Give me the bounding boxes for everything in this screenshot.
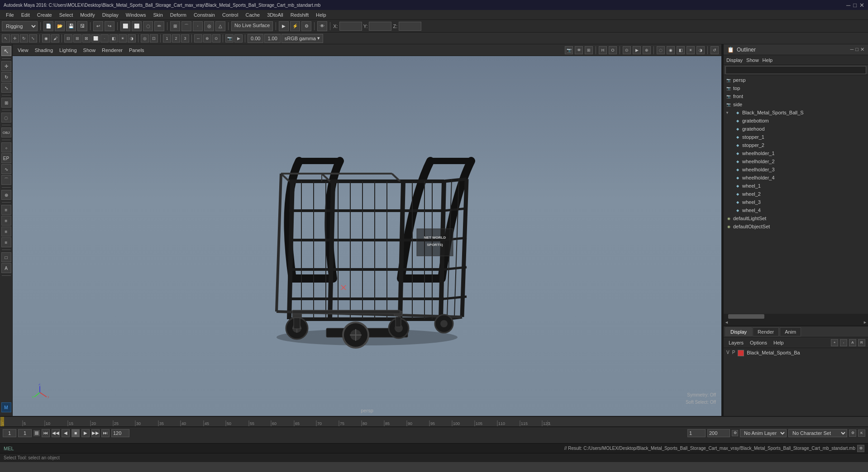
- menu-display[interactable]: Display: [99, 11, 122, 19]
- shading-menu[interactable]: Shading: [33, 47, 55, 54]
- move-tool-button[interactable]: ✛: [11, 34, 19, 42]
- bezier-tool-left[interactable]: ∿: [1, 164, 11, 174]
- vp-wire-icon[interactable]: ◌: [657, 46, 665, 54]
- play-back-button[interactable]: ◀: [62, 429, 70, 437]
- anim-prefs-button[interactable]: ⚙: [732, 430, 738, 436]
- tree-item-main-mesh[interactable]: ▼ ◆ Black_Metal_Sports_Ball_S: [724, 109, 868, 117]
- layer-2-left[interactable]: ≡: [1, 216, 11, 226]
- scale-tool-button[interactable]: ⤡: [29, 34, 37, 42]
- lasso-select-button[interactable]: ◌: [143, 21, 153, 31]
- command-settings-button[interactable]: ⚙: [857, 445, 864, 452]
- outliner-tree[interactable]: 📷 persp 📷 top 📷 front 📷 side ▼ ◆ Black_M…: [724, 75, 868, 314]
- point-button[interactable]: ·: [100, 34, 109, 42]
- playblast-button[interactable]: ▶: [234, 34, 243, 42]
- menu-file[interactable]: File: [3, 11, 17, 19]
- select-tool-button[interactable]: ↖: [2, 34, 10, 42]
- playback-start-frame-input[interactable]: [18, 429, 32, 437]
- menu-select[interactable]: Select: [56, 11, 76, 19]
- layers-btn[interactable]: Layers: [726, 339, 746, 346]
- anim-layer-dropdown[interactable]: No Anim Layer: [740, 429, 787, 437]
- command-input[interactable]: [17, 446, 564, 451]
- anim-tab[interactable]: Anim: [780, 327, 801, 336]
- redo-button[interactable]: ↪: [105, 21, 114, 31]
- character-set-dropdown[interactable]: No Character Set: [788, 429, 847, 437]
- move-tool-left[interactable]: ✛: [1, 61, 11, 71]
- display-tab[interactable]: Display: [725, 327, 752, 336]
- attr-editor-left[interactable]: A: [1, 263, 11, 273]
- x-input[interactable]: [339, 22, 362, 31]
- workspace-dropdown[interactable]: Rigging Animation Modeling: [2, 21, 38, 31]
- vp-camera-icon[interactable]: 📷: [565, 46, 573, 54]
- layer-add-btn[interactable]: +: [831, 339, 838, 346]
- outliner-show-tab[interactable]: Show: [746, 57, 759, 63]
- vp-hud-icon[interactable]: H: [599, 46, 607, 54]
- lighting-menu[interactable]: Lighting: [57, 47, 79, 54]
- select-by-component-button[interactable]: ⬜: [132, 21, 142, 31]
- soft-mod-button[interactable]: ◉: [42, 34, 50, 42]
- gamma-field[interactable]: 1.00: [264, 34, 280, 43]
- select-tool-left[interactable]: ↖: [1, 46, 11, 56]
- render-button[interactable]: ▶: [279, 21, 289, 31]
- vp-shadow-icon[interactable]: ◑: [696, 46, 705, 54]
- panels-menu[interactable]: Panels: [127, 47, 147, 54]
- layer-color-swatch[interactable]: [738, 350, 744, 356]
- vp-obj-icon[interactable]: O: [609, 46, 617, 54]
- vp-snap-icon[interactable]: ⊕: [643, 46, 651, 54]
- options-btn[interactable]: Options: [748, 339, 769, 346]
- open-scene-button[interactable]: 📂: [55, 21, 65, 31]
- vp-shaded-icon[interactable]: ◉: [667, 46, 675, 54]
- new-scene-button[interactable]: 📄: [43, 21, 53, 31]
- renderer-menu[interactable]: Renderer: [100, 47, 125, 54]
- outliner-close-button[interactable]: ✕: [860, 47, 864, 52]
- char-set-key-button[interactable]: K: [858, 430, 865, 437]
- outliner-minimize-button[interactable]: ─: [850, 47, 854, 52]
- play-forward-button[interactable]: ▶: [81, 429, 90, 437]
- rotate-tool-button[interactable]: ↻: [20, 34, 28, 42]
- y-input[interactable]: [369, 22, 391, 31]
- layer-anim-btn[interactable]: A: [849, 339, 856, 346]
- tree-item-gratebottom[interactable]: ◆ gratebottom: [724, 117, 868, 125]
- snap-to-grid-button[interactable]: ⊞: [170, 21, 180, 31]
- minimize-button[interactable]: ─: [846, 2, 850, 9]
- tree-item-defaultobjectset[interactable]: ◉ defaultObjectSet: [724, 222, 868, 231]
- undo-button[interactable]: ↩: [93, 21, 103, 31]
- play-start-input[interactable]: [687, 429, 706, 437]
- outliner-search-input[interactable]: [725, 66, 866, 74]
- save-scene-as-button[interactable]: 🖫: [77, 21, 87, 31]
- menu-help[interactable]: Help: [313, 11, 329, 19]
- current-frame-input[interactable]: [3, 429, 16, 437]
- scale-tool-left[interactable]: ⤡: [1, 83, 11, 93]
- bbox-button[interactable]: ⬜: [91, 34, 100, 42]
- ep-tool-left[interactable]: EP: [1, 153, 11, 163]
- tree-item-wheelholder4[interactable]: ◆ wheelholder_4: [724, 174, 868, 182]
- tree-item-stopper1[interactable]: ◆ stopper_1: [724, 133, 868, 141]
- channel-box-left[interactable]: □: [1, 252, 11, 262]
- proxy-2-button[interactable]: 2: [172, 34, 180, 42]
- help-layers-btn[interactable]: Help: [771, 339, 786, 346]
- show-hide-button[interactable]: 👁: [317, 21, 327, 31]
- tree-item-wheelholder1[interactable]: ◆ wheelholder_1: [724, 149, 868, 157]
- vp-isolate-icon[interactable]: ⊙: [623, 46, 631, 54]
- menu-skin[interactable]: Skin: [150, 11, 166, 19]
- camera-sel-button[interactable]: 📷: [225, 34, 234, 42]
- skip-to-start-button[interactable]: ⏮: [42, 429, 50, 437]
- vp-eye-icon[interactable]: 👁: [575, 46, 583, 54]
- arc-tool-left[interactable]: ⌒: [1, 175, 11, 185]
- tree-item-side[interactable]: 📷 side: [724, 100, 868, 109]
- menu-deform[interactable]: Deform: [167, 11, 190, 19]
- step-back-button[interactable]: ◀◀: [52, 429, 60, 437]
- layer-3-left[interactable]: ≡: [1, 227, 11, 236]
- artisan-button[interactable]: 🖌: [51, 34, 59, 42]
- playback-end-frame-input[interactable]: [111, 429, 129, 437]
- layer-4-left[interactable]: ≡: [1, 237, 11, 247]
- layer-vis-left[interactable]: ≡: [1, 205, 11, 215]
- show-manip-left[interactable]: ⊛: [1, 190, 11, 200]
- rotate-tool-left[interactable]: ↻: [1, 72, 11, 82]
- tree-item-persp[interactable]: 📷 persp: [724, 76, 868, 84]
- wireframe-on-shaded-button[interactable]: ⊡: [150, 34, 158, 42]
- tree-item-wheel1[interactable]: ◆ wheel_1: [724, 182, 868, 190]
- z-input[interactable]: [399, 22, 421, 31]
- lasso-tool-left[interactable]: ◌: [1, 113, 11, 123]
- close-button[interactable]: ✕: [859, 2, 864, 9]
- frame-sel-button[interactable]: ⊙: [212, 34, 220, 42]
